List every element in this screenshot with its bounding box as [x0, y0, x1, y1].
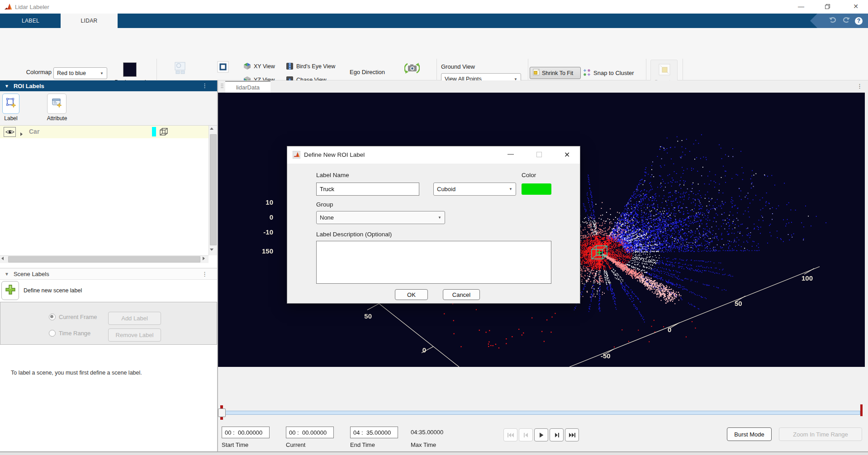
time-slider-thumb[interactable] [218, 408, 226, 417]
label-color-swatch[interactable] [522, 183, 551, 195]
roi-item-color-swatch[interactable] [152, 127, 156, 136]
cancel-button[interactable]: Cancel [443, 289, 480, 300]
quick-access-toolbar: ? [810, 14, 868, 28]
dialog-title-bar[interactable]: Define New ROI Label — ✕ [287, 146, 580, 164]
xy-view-icon [243, 62, 251, 72]
restore-button[interactable] [817, 0, 837, 13]
collapse-roi-icon[interactable]: ▼ [5, 84, 9, 89]
roi-menu-kebab-icon[interactable]: ⋮ [202, 82, 208, 89]
scene-menu-kebab-icon[interactable]: ⋮ [202, 271, 208, 277]
scene-labels-header: ▼ Scene Labels ⋮ [0, 268, 218, 280]
label-name-label: Label Name [316, 172, 349, 178]
current-time-field[interactable] [286, 427, 334, 438]
dialog-title: Define New ROI Label [304, 151, 365, 158]
current-frame-label[interactable]: Current Frame [59, 314, 97, 320]
burst-mode-button[interactable]: Burst Mode [727, 427, 772, 441]
time-range-label[interactable]: Time Range [59, 330, 90, 337]
roi-item-name[interactable]: Car [29, 128, 39, 135]
dialog-matlab-icon [293, 151, 300, 160]
add-label-definition-button[interactable] [2, 94, 19, 114]
shrink-to-fit-icon [533, 69, 540, 77]
current-time-label: Current [286, 441, 305, 448]
tab-lidar[interactable]: LIDAR [61, 14, 118, 28]
vertical-scroll-thumb[interactable] [210, 134, 217, 245]
define-scene-label-button[interactable] [1, 281, 19, 300]
snap-to-cluster-button[interactable]: Snap to Cluster [593, 70, 634, 76]
x-axis-tick: 0 [408, 346, 426, 354]
x-axis-tick: 150 [244, 247, 273, 255]
scroll-down-icon[interactable] [210, 249, 213, 251]
minimize-button[interactable]: — [791, 0, 811, 13]
title-bar: Lidar Labeler — ✕ [0, 0, 868, 14]
matlab-logo-icon [4, 3, 12, 13]
first-frame-button [503, 428, 517, 441]
description-label: Label Description (Optional) [316, 231, 392, 238]
attribute-button-text[interactable]: Attribute [44, 115, 70, 122]
scroll-left-icon[interactable] [1, 257, 4, 260]
collapse-scene-icon[interactable]: ▼ [5, 272, 9, 277]
label-name-input[interactable] [316, 183, 419, 196]
next-frame-button[interactable] [550, 428, 564, 441]
visibility-eye-icon[interactable] [4, 127, 16, 137]
zoom-in-time-range-button: Zoom In Time Range [779, 427, 862, 441]
shape-type-dropdown[interactable]: Cuboid▼ [433, 183, 516, 196]
current-frame-radio[interactable] [49, 314, 56, 320]
ok-button[interactable]: OK [395, 289, 428, 300]
shrink-to-fit-button[interactable]: Shrink To Fit [530, 67, 581, 79]
max-time-label: Max Time [411, 441, 436, 448]
help-icon[interactable]: ? [855, 17, 863, 25]
end-time-field[interactable] [350, 427, 398, 438]
close-button[interactable]: ✕ [844, 0, 868, 13]
snap-to-cluster-icon [583, 69, 591, 78]
play-button[interactable] [534, 428, 548, 441]
tab-label[interactable]: LABEL [9, 14, 52, 28]
cuboid-shape-icon[interactable] [159, 127, 168, 138]
roi-vertical-scrollbar[interactable] [209, 126, 217, 255]
scroll-right-icon[interactable] [203, 257, 205, 260]
dialog-minimize-icon[interactable]: — [508, 150, 514, 157]
roi-item-car-row[interactable]: Car [0, 126, 209, 138]
label-icon [6, 98, 16, 110]
ego-direction-label: Ego Direction [346, 69, 388, 75]
z-axis-tick: -10 [245, 228, 273, 236]
color-label: Color [522, 172, 536, 178]
define-scene-label-text[interactable]: Define new scene label [24, 287, 82, 294]
last-frame-button[interactable] [565, 428, 579, 441]
roi-view-icon [217, 61, 229, 75]
horizontal-scroll-thumb[interactable] [8, 256, 200, 263]
undo-icon[interactable] [829, 16, 837, 25]
attribute-icon [52, 98, 62, 110]
add-attribute-button[interactable] [47, 94, 66, 114]
time-range-radio[interactable] [49, 330, 56, 337]
colormap-dropdown[interactable]: Red to blue▼ [53, 67, 107, 79]
scroll-up-icon[interactable] [210, 127, 213, 130]
scene-controls-panel: Current Frame Add Label Time Range Remov… [0, 302, 217, 345]
birds-eye-view-button[interactable]: Bird's Eye View [296, 63, 335, 70]
time-slider-track[interactable] [223, 411, 860, 415]
max-time-value: 04:35.00000 [411, 429, 443, 436]
window-title: Lidar Labeler [15, 4, 49, 10]
tab-lidardata[interactable]: lidarData [225, 81, 270, 93]
time-end-marker[interactable] [860, 404, 863, 416]
label-button-text[interactable]: Label [0, 115, 22, 122]
start-time-field[interactable] [222, 427, 270, 438]
tab-grip-icon[interactable] [220, 83, 224, 91]
viewport-kebab-icon[interactable]: ⋮ [857, 83, 863, 89]
xy-view-button[interactable]: XY View [254, 63, 275, 70]
remove-label-button: Remove Label [108, 328, 161, 342]
redo-icon[interactable] [842, 16, 850, 25]
roi-list-area [0, 138, 209, 255]
roi-horizontal-scrollbar[interactable] [0, 255, 209, 263]
background-color-swatch[interactable] [123, 62, 137, 77]
dialog-close-icon[interactable]: ✕ [564, 150, 570, 159]
expand-car-icon[interactable] [20, 130, 23, 138]
group-label: Group [316, 201, 333, 208]
group-dropdown[interactable]: None▼ [316, 211, 445, 224]
end-time-label: End Time [350, 441, 375, 448]
ego-cuboid-icon[interactable] [590, 244, 610, 263]
y-axis-tick: 50 [735, 300, 742, 307]
snap-to-point-icon [657, 62, 672, 79]
description-textarea[interactable] [316, 241, 551, 284]
projected-view-icon [173, 61, 187, 77]
plus-icon [5, 284, 16, 297]
